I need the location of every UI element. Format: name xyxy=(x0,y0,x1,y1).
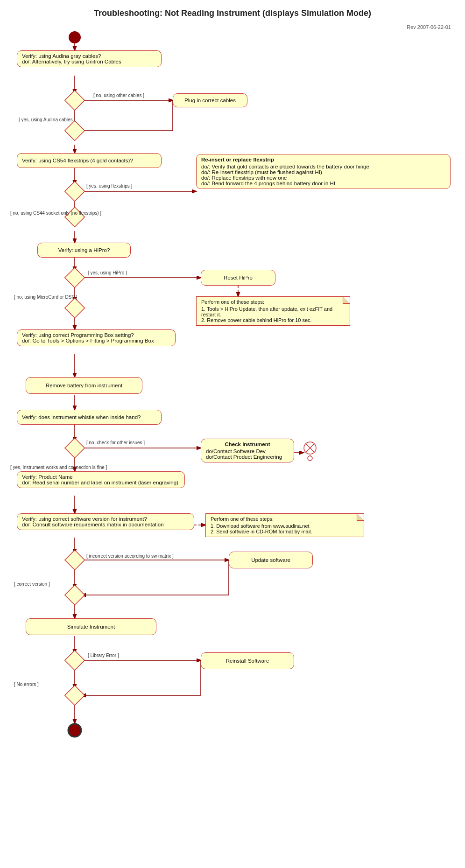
page-title: Troubleshooting: Not Reading Instrument … xyxy=(0,0,465,20)
hipro-steps-title: Perform one of these steps: xyxy=(201,299,345,305)
reset-hipro-box: Reset HiPro xyxy=(201,270,275,286)
sw-steps-title: Perform one of these steps: xyxy=(211,516,359,522)
update-software-label: Update software xyxy=(251,557,290,563)
svg-text:[ yes, using flexstrips ]: [ yes, using flexstrips ] xyxy=(86,183,133,189)
svg-text:[ no, using other cables ]: [ no, using other cables ] xyxy=(93,93,144,98)
simulate-instrument-label: Simulate Instrument xyxy=(67,624,115,630)
verify-progbox-line1: Verify: using correct Programming Box se… xyxy=(22,332,170,338)
verify-progbox-box: Verify: using correct Programming Box se… xyxy=(17,329,176,346)
verify-hipro-box: Verify: using a HiPro? xyxy=(37,243,131,258)
svg-point-37 xyxy=(68,724,81,737)
sw-steps-line1: 1. Download software from www.audina.net xyxy=(211,523,359,529)
verify-progbox-line2: do/: Go to Tools > Options > Fitting > P… xyxy=(22,338,170,343)
svg-rect-39 xyxy=(65,91,85,110)
svg-text:[ yes, using HiPro ]: [ yes, using HiPro ] xyxy=(88,270,127,275)
reinsert-line1: do/: Verify that gold contacts are place… xyxy=(201,164,445,169)
page-container: Troubleshooting: Not Reading Instrument … xyxy=(0,0,465,868)
svg-text:[ Library Error ]: [ Library Error ] xyxy=(88,653,119,658)
svg-text:[ correct version ]: [ correct version ] xyxy=(14,581,50,587)
svg-text:[ no, check for other issues ]: [ no, check for other issues ] xyxy=(86,440,145,445)
verify-whistle-label: Verify: does instrument whistle when ins… xyxy=(22,414,141,420)
svg-point-0 xyxy=(69,32,80,43)
verify-hipro-label: Verify: using a HiPro? xyxy=(58,247,110,253)
check-instrument-title: Check Instrument xyxy=(206,441,289,447)
hipro-steps-line2: 2. Remove power cable behind HiPro for 1… xyxy=(201,317,345,323)
verify-product-box: Verify: Product Name do/: Read serial nu… xyxy=(17,471,185,488)
sw-steps-box: Perform one of these steps: 1. Download … xyxy=(205,513,364,537)
verify-product-line1: Verify: Product Name xyxy=(22,474,180,480)
svg-rect-42 xyxy=(65,207,85,227)
verify-product-line2: do/: Read serial number and label on ins… xyxy=(22,480,180,485)
verify-flexstrips-box: Verify: using CS54 flexstrips (4 gold co… xyxy=(17,153,162,168)
svg-line-52 xyxy=(306,444,314,452)
svg-line-51 xyxy=(306,444,314,452)
svg-point-53 xyxy=(308,456,312,461)
remove-battery-box: Remove battery from instrument xyxy=(26,377,142,394)
sw-steps-line2: 2. Send software in CD-ROM format by mai… xyxy=(211,529,359,534)
plug-cables-label: Plug in correct cables xyxy=(184,98,236,103)
plug-cables-box: Plug in correct cables xyxy=(173,93,247,107)
verify-sw-version-line2: do/: Consult software requirements matri… xyxy=(22,522,189,527)
update-software-box: Update software xyxy=(229,552,313,568)
svg-text:[ yes, using Audina cables ]: [ yes, using Audina cables ] xyxy=(19,117,75,122)
verify-flexstrips-label: Verify: using CS54 flexstrips (4 gold co… xyxy=(22,158,133,163)
hipro-steps-box: Perform one of these steps: 1. Tools > H… xyxy=(196,296,350,326)
check-instrument-line2: do/Contact Product Engineering xyxy=(206,454,289,460)
svg-rect-45 xyxy=(65,438,85,458)
reinstall-software-label: Reinstall Software xyxy=(226,658,269,664)
hipro-steps-line1: 1. Tools > HiPro Update, then after upda… xyxy=(201,306,345,317)
svg-rect-48 xyxy=(65,651,85,670)
reinsert-line4: do/: Bend forward the 4 prongs behind ba… xyxy=(201,181,445,186)
verify-cables-line1: Verify: using Audina gray cables? xyxy=(22,53,156,59)
rev-label: Rev 2007-06-22-01 xyxy=(407,24,451,30)
svg-text:[ no, using MicroCard or DSP ]: [ no, using MicroCard or DSP ] xyxy=(14,294,78,300)
reinsert-line3: do/: Replace flexstrips with new one xyxy=(201,175,445,181)
svg-rect-44 xyxy=(65,298,85,318)
reinsert-title: Re-insert or replace flexstrip xyxy=(201,157,445,162)
verify-sw-version-box: Verify: using correct software version f… xyxy=(17,513,194,530)
svg-text:[ yes, instrument works and co: [ yes, instrument works and connection i… xyxy=(10,465,107,470)
verify-sw-version-line1: Verify: using correct software version f… xyxy=(22,516,189,522)
svg-point-38 xyxy=(71,727,78,734)
verify-cables-box: Verify: using Audina gray cables? do/: A… xyxy=(17,50,162,67)
svg-rect-40 xyxy=(65,121,85,140)
svg-text:[ incorrect version according : [ incorrect version according to sw matr… xyxy=(86,553,174,559)
remove-battery-label: Remove battery from instrument xyxy=(46,383,122,388)
check-instrument-line1: do/Contact Software Dev xyxy=(206,448,289,454)
svg-rect-46 xyxy=(65,550,85,570)
check-instrument-box: Check Instrument do/Contact Software Dev… xyxy=(201,439,294,462)
svg-rect-47 xyxy=(65,585,85,605)
verify-cables-line2: do/: Alternatively, try using Unitron Ca… xyxy=(22,59,156,64)
reinsert-flexstrip-box: Re-insert or replace flexstrip do/: Veri… xyxy=(196,154,451,189)
reinsert-line2: do/: Re-insert flexstrip (must be flushe… xyxy=(201,169,445,175)
reinstall-software-box: Reinstall Software xyxy=(201,652,294,669)
simulate-instrument-box: Simulate Instrument xyxy=(26,618,156,635)
verify-whistle-box: Verify: does instrument whistle when ins… xyxy=(17,410,162,425)
svg-rect-43 xyxy=(65,268,85,287)
svg-point-50 xyxy=(304,442,316,454)
reset-hipro-label: Reset HiPro xyxy=(224,275,253,280)
svg-rect-41 xyxy=(65,182,85,201)
svg-text:[ no, using CS44 socket only  : [ no, using CS44 socket only (no flexstr… xyxy=(10,210,101,216)
svg-rect-49 xyxy=(65,686,85,705)
svg-text:[ No errors ]: [ No errors ] xyxy=(14,682,39,687)
